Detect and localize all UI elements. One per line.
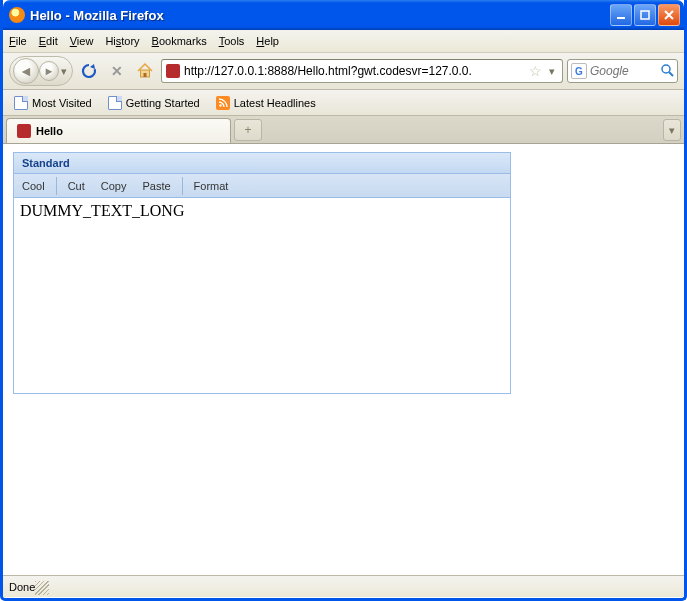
status-text: Done bbox=[9, 581, 35, 593]
search-go-icon[interactable] bbox=[660, 63, 674, 80]
bookmark-latest-headlines[interactable]: Latest Headlines bbox=[209, 93, 323, 113]
bookmarks-toolbar: Most Visited Getting Started Latest Head… bbox=[3, 90, 684, 116]
navigation-toolbar: ◄ ► ▾ ✕ http://127.0.0.1:8888/Hello.html… bbox=[3, 53, 684, 90]
search-engine-icon[interactable]: G bbox=[571, 63, 587, 79]
search-input[interactable] bbox=[590, 64, 657, 78]
stop-button[interactable]: ✕ bbox=[105, 59, 129, 83]
bookmark-star-icon[interactable]: ☆ bbox=[529, 63, 542, 79]
tab-favicon bbox=[17, 124, 31, 138]
page-content: Standard Cool Cut Copy Paste Format DUMM… bbox=[3, 144, 684, 575]
new-tab-button[interactable]: + bbox=[234, 119, 262, 141]
svg-rect-0 bbox=[617, 17, 625, 19]
toolbar-cut[interactable]: Cut bbox=[60, 174, 93, 197]
toolbar-copy[interactable]: Copy bbox=[93, 174, 135, 197]
tab-list-dropdown[interactable]: ▾ bbox=[663, 119, 681, 141]
window-title: Hello - Mozilla Firefox bbox=[30, 8, 164, 23]
panel-toolbar: Cool Cut Copy Paste Format bbox=[14, 174, 510, 198]
back-forward-group: ◄ ► ▾ bbox=[9, 56, 73, 86]
bookmark-label: Most Visited bbox=[32, 97, 92, 109]
toolbar-separator bbox=[182, 177, 183, 195]
window-maximize-button[interactable] bbox=[634, 4, 656, 26]
reload-button[interactable] bbox=[77, 59, 101, 83]
panel-header: Standard bbox=[14, 153, 510, 174]
bookmark-most-visited[interactable]: Most Visited bbox=[7, 93, 99, 113]
search-bar[interactable]: G bbox=[567, 59, 678, 83]
window-close-button[interactable] bbox=[658, 4, 680, 26]
toolbar-separator bbox=[56, 177, 57, 195]
menu-help[interactable]: Help bbox=[256, 35, 279, 47]
firefox-icon bbox=[9, 7, 25, 23]
svg-rect-3 bbox=[144, 73, 147, 77]
menu-tools[interactable]: Tools bbox=[219, 35, 245, 47]
site-icon bbox=[166, 64, 180, 78]
bookmark-label: Latest Headlines bbox=[234, 97, 316, 109]
svg-rect-1 bbox=[641, 11, 649, 19]
svg-point-6 bbox=[219, 104, 221, 106]
history-dropdown[interactable]: ▾ bbox=[59, 65, 69, 78]
home-button[interactable] bbox=[133, 59, 157, 83]
svg-line-5 bbox=[669, 72, 673, 76]
toolbar-paste[interactable]: Paste bbox=[134, 174, 178, 197]
menu-view[interactable]: View bbox=[70, 35, 94, 47]
toolbar-cool[interactable]: Cool bbox=[14, 174, 53, 197]
status-bar: Done bbox=[3, 575, 684, 597]
tab-title: Hello bbox=[36, 125, 63, 137]
window-titlebar: Hello - Mozilla Firefox bbox=[3, 0, 684, 30]
toolbar-format[interactable]: Format bbox=[186, 174, 237, 197]
rss-icon bbox=[216, 96, 230, 110]
menu-edit[interactable]: Edit bbox=[39, 35, 58, 47]
bookmark-getting-started[interactable]: Getting Started bbox=[101, 93, 207, 113]
url-bar[interactable]: http://127.0.0.1:8888/Hello.html?gwt.cod… bbox=[161, 59, 563, 83]
page-icon bbox=[108, 96, 122, 110]
forward-button[interactable]: ► bbox=[39, 61, 59, 81]
menu-history[interactable]: History bbox=[105, 35, 139, 47]
bookmark-label: Getting Started bbox=[126, 97, 200, 109]
url-dropdown-icon[interactable]: ▾ bbox=[546, 65, 558, 78]
tab-bar: Hello + ▾ bbox=[3, 116, 684, 144]
tab-hello[interactable]: Hello bbox=[6, 118, 231, 143]
menu-bookmarks[interactable]: Bookmarks bbox=[152, 35, 207, 47]
resize-grip[interactable] bbox=[35, 581, 49, 595]
back-button[interactable]: ◄ bbox=[13, 58, 39, 84]
svg-point-4 bbox=[662, 65, 670, 73]
panel-body[interactable]: DUMMY_TEXT_LONG bbox=[14, 198, 510, 393]
page-icon bbox=[14, 96, 28, 110]
menu-file[interactable]: File bbox=[9, 35, 27, 47]
window-minimize-button[interactable] bbox=[610, 4, 632, 26]
url-text[interactable]: http://127.0.0.1:8888/Hello.html?gwt.cod… bbox=[184, 64, 525, 78]
panel-standard: Standard Cool Cut Copy Paste Format DUMM… bbox=[13, 152, 511, 394]
menu-bar: File Edit View History Bookmarks Tools H… bbox=[3, 30, 684, 53]
